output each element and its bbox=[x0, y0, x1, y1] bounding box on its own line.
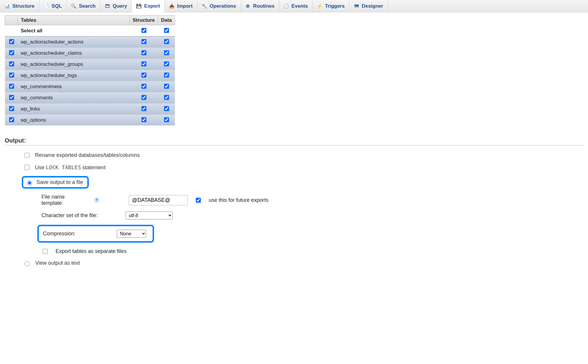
table-row: wp_actionscheduler_claims bbox=[5, 48, 175, 59]
routines-icon: ⚙ bbox=[245, 4, 250, 9]
row-checkbox[interactable] bbox=[9, 106, 14, 111]
tab-label: SQL bbox=[52, 3, 62, 9]
row-data-checkbox[interactable] bbox=[164, 117, 169, 122]
row-file-template: File name template: ? use this for futur… bbox=[41, 194, 583, 206]
row-structure-checkbox[interactable] bbox=[141, 50, 146, 55]
file-suboptions: File name template: ? use this for futur… bbox=[41, 194, 583, 255]
col-tables: Tables bbox=[18, 16, 130, 25]
row-data-checkbox[interactable] bbox=[164, 61, 169, 66]
future-exports-label: use this for future exports bbox=[209, 197, 268, 203]
row-compression: Compression: None bbox=[41, 225, 583, 243]
row-checkbox[interactable] bbox=[9, 117, 14, 122]
charset-label: Character set of the file: bbox=[41, 212, 118, 219]
row-data-checkbox[interactable] bbox=[164, 50, 169, 55]
tab-search[interactable]: 🔍 Search bbox=[67, 0, 101, 12]
row-data-checkbox[interactable] bbox=[164, 84, 169, 89]
table-row: wp_options bbox=[5, 115, 175, 126]
save-to-file-highlight: Save output to a file bbox=[22, 176, 89, 189]
import-icon: 📥 bbox=[169, 4, 174, 9]
row-structure-checkbox[interactable] bbox=[141, 61, 146, 66]
table-name: wp_actionscheduler_actions bbox=[18, 36, 130, 48]
tab-designer[interactable]: 🗺 Designer bbox=[349, 0, 388, 12]
table-name: wp_actionscheduler_groups bbox=[18, 59, 130, 70]
tab-export[interactable]: 💾 Export bbox=[132, 0, 165, 12]
tab-events[interactable]: 🕒 Events bbox=[279, 0, 313, 12]
table-name: wp_links bbox=[18, 103, 130, 115]
tab-label: Designer bbox=[362, 3, 383, 9]
export-icon: 💾 bbox=[136, 4, 141, 9]
separate-files-label: Export tables as separate files bbox=[56, 248, 126, 254]
tables-panel: Tables Structure Data Select all wp_acti… bbox=[0, 12, 588, 125]
tab-import[interactable]: 📥 Import bbox=[165, 0, 197, 12]
file-template-label: File name template: bbox=[41, 194, 87, 206]
operations-icon: 🔧 bbox=[202, 4, 207, 9]
future-exports-checkbox[interactable] bbox=[196, 198, 201, 203]
rename-label: Rename exported databases/tables/columns bbox=[35, 152, 140, 158]
compression-label: Compression: bbox=[43, 231, 76, 237]
view-as-text-label: View output as text bbox=[35, 260, 80, 266]
row-separate-files: Export tables as separate files bbox=[41, 248, 583, 255]
row-data-checkbox[interactable] bbox=[164, 73, 169, 78]
option-save-to-file: Save output to a file bbox=[22, 176, 583, 189]
charset-select[interactable]: utf-8 bbox=[126, 212, 173, 219]
row-checkbox[interactable] bbox=[9, 95, 14, 100]
row-checkbox[interactable] bbox=[9, 73, 14, 78]
row-structure-checkbox[interactable] bbox=[141, 117, 146, 122]
tab-label: Events bbox=[292, 3, 308, 9]
separate-files-checkbox[interactable] bbox=[43, 249, 48, 254]
row-structure-checkbox[interactable] bbox=[141, 106, 146, 111]
save-to-file-radio[interactable] bbox=[27, 180, 32, 185]
tab-operations[interactable]: 🔧 Operations bbox=[197, 0, 241, 12]
table-row: wp_actionscheduler_actions bbox=[5, 36, 175, 48]
tab-query[interactable]: 🗔 Query bbox=[100, 0, 132, 12]
file-template-input[interactable] bbox=[129, 195, 188, 205]
lock-tables-label: Use LOCK TABLES statement bbox=[35, 164, 106, 171]
triggers-icon: ⚡ bbox=[317, 4, 322, 9]
table-name: wp_actionscheduler_claims bbox=[18, 48, 130, 59]
tab-routines[interactable]: ⚙ Routines bbox=[241, 0, 279, 12]
tab-label: Search bbox=[79, 3, 96, 9]
search-icon: 🔍 bbox=[71, 4, 76, 9]
tables-grid: Tables Structure Data Select all wp_acti… bbox=[5, 15, 175, 125]
sql-icon: 📄 bbox=[44, 4, 49, 9]
tab-label: Export bbox=[144, 3, 160, 9]
select-all-data-checkbox[interactable] bbox=[164, 28, 169, 33]
select-all-label: Select all bbox=[18, 25, 130, 36]
table-name: wp_comments bbox=[18, 92, 130, 103]
row-data-checkbox[interactable] bbox=[164, 39, 169, 44]
row-data-checkbox[interactable] bbox=[164, 95, 169, 100]
row-data-checkbox[interactable] bbox=[164, 106, 169, 111]
tab-sql[interactable]: 📄 SQL bbox=[39, 0, 67, 12]
tab-label: Structure bbox=[12, 3, 35, 9]
output-heading: Output: bbox=[5, 137, 583, 145]
compression-highlight: Compression: None bbox=[37, 225, 154, 243]
table-row: wp_actionscheduler_groups bbox=[5, 59, 175, 70]
row-structure-checkbox[interactable] bbox=[141, 84, 146, 89]
compression-select[interactable]: None bbox=[117, 230, 146, 238]
row-checkbox[interactable] bbox=[9, 61, 14, 66]
help-icon[interactable]: ? bbox=[94, 197, 99, 203]
view-as-text-radio[interactable] bbox=[25, 261, 30, 266]
designer-icon: 🗺 bbox=[354, 4, 359, 9]
row-structure-checkbox[interactable] bbox=[141, 73, 146, 78]
rename-checkbox[interactable] bbox=[24, 153, 29, 158]
tab-structure[interactable]: 📊 Structure bbox=[0, 0, 39, 12]
tab-label: Import bbox=[177, 3, 193, 9]
select-all-structure-checkbox[interactable] bbox=[141, 28, 146, 33]
row-checkbox[interactable] bbox=[9, 84, 14, 89]
option-rename: Rename exported databases/tables/columns bbox=[23, 152, 583, 159]
table-name: wp_commentmeta bbox=[18, 81, 130, 92]
row-checkbox[interactable] bbox=[9, 39, 14, 44]
table-row: wp_actionscheduler_logs bbox=[5, 70, 175, 81]
row-structure-checkbox[interactable] bbox=[141, 95, 146, 100]
tab-triggers[interactable]: ⚡ Triggers bbox=[313, 0, 349, 12]
lock-tables-checkbox[interactable] bbox=[24, 165, 29, 170]
option-view-as-text: View output as text bbox=[23, 260, 583, 266]
query-icon: 🗔 bbox=[105, 4, 110, 9]
row-structure-checkbox[interactable] bbox=[141, 39, 146, 44]
table-row: wp_commentmeta bbox=[5, 81, 175, 92]
option-lock-tables: Use LOCK TABLES statement bbox=[23, 164, 583, 171]
table-name: wp_actionscheduler_logs bbox=[18, 70, 130, 81]
save-to-file-label: Save output to a file bbox=[36, 179, 83, 185]
row-checkbox[interactable] bbox=[9, 50, 14, 55]
